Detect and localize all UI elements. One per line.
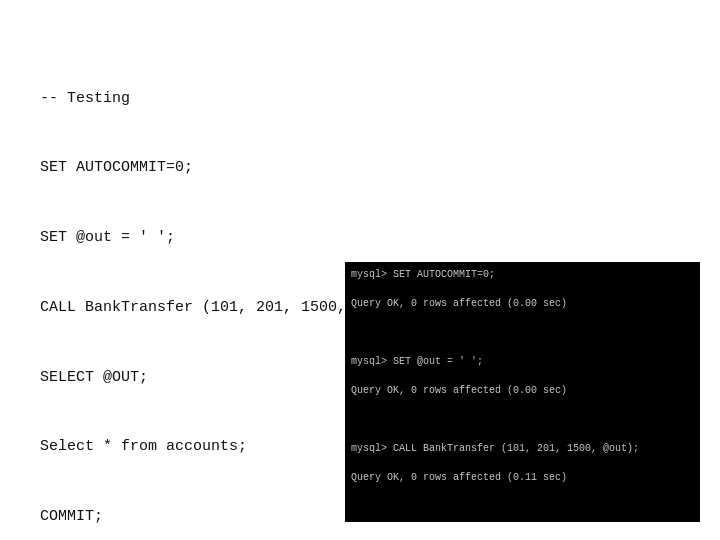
page-container: -- Testing SET AUTOCOMMIT=0; SET @out = … (0, 0, 720, 540)
terminal-content: mysql> SET AUTOCOMMIT=0; Query OK, 0 row… (351, 268, 694, 522)
terminal-line-4: mysql> SET @out = ' '; (351, 355, 694, 370)
terminal-line-6 (351, 413, 694, 428)
terminal-line-5: Query OK, 0 rows affected (0.00 sec) (351, 384, 694, 399)
code-line-2: SET AUTOCOMMIT=0; (40, 156, 680, 179)
code-line-1: -- Testing (40, 87, 680, 110)
terminal-window: mysql> SET AUTOCOMMIT=0; Query OK, 0 row… (345, 262, 700, 522)
terminal-line-3 (351, 326, 694, 341)
terminal-line-1: mysql> SET AUTOCOMMIT=0; (351, 268, 694, 283)
terminal-line-2: Query OK, 0 rows affected (0.00 sec) (351, 297, 694, 312)
terminal-line-7: mysql> CALL BankTransfer (101, 201, 1500… (351, 442, 694, 457)
terminal-line-9 (351, 500, 694, 515)
code-line-3: SET @out = ' '; (40, 226, 680, 249)
terminal-line-8: Query OK, 0 rows affected (0.11 sec) (351, 471, 694, 486)
